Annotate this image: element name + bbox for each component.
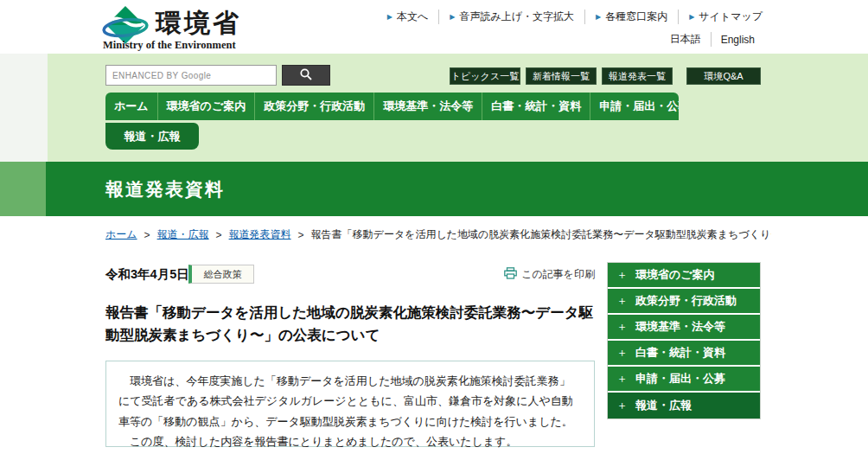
left-margin-strip: [0, 54, 48, 162]
nav-item-standards[interactable]: 環境基準・法令等: [373, 93, 482, 120]
breadcrumb-home[interactable]: ホーム: [105, 227, 137, 242]
category-badge[interactable]: 総合政策: [188, 265, 254, 284]
lang-japanese[interactable]: 日本語: [661, 32, 712, 47]
utility-link-label: 音声読み上げ・文字拡大: [459, 10, 574, 24]
article-summary-box: 環境省は、今年度実施した「移動データを活用した地域の脱炭素化施策検討委託業務」に…: [105, 361, 595, 447]
search-input[interactable]: [105, 65, 277, 86]
press-release-list-button[interactable]: 報道発表一覧: [602, 67, 673, 85]
nav-item-policy[interactable]: 政策分野・行政活動: [254, 93, 373, 120]
sidebar-item-whitepaper[interactable]: ＋ 白書・統計・資料: [608, 341, 760, 367]
quick-links: トピックス一覧 新着情報一覧 報道発表一覧 環境Q&A: [450, 67, 761, 85]
arrow-right-icon: ▶: [387, 13, 393, 21]
sidebar-item-press[interactable]: ＋ 報道・広報: [608, 393, 760, 418]
sidebar-item-label: 申請・届出・公募: [635, 371, 725, 387]
sidebar-item-about[interactable]: ＋ 環境省のご案内: [608, 263, 760, 289]
search-button[interactable]: [282, 65, 330, 86]
sidebar-item-label: 環境省のご案内: [635, 267, 715, 283]
summary-paragraph: この度、検討した内容を報告書にとりまとめましたので、公表いたします。: [118, 431, 582, 451]
site-header: 環境省 Ministry of the Environment ▶ 本文へ ▶ …: [0, 0, 868, 54]
breadcrumb-separator: >: [144, 229, 150, 241]
plus-icon: ＋: [616, 267, 628, 283]
plus-icon: ＋: [616, 345, 628, 361]
sidebar-item-applications[interactable]: ＋ 申請・届出・公募: [608, 367, 760, 393]
summary-paragraph: 環境省は、今年度実施した「移動データを活用した地域の脱炭素化施策検討委託業務」に…: [118, 371, 582, 431]
sidebar-nav: ＋ 環境省のご案内 ＋ 政策分野・行政活動 ＋ 環境基準・法令等 ＋ 白書・統計…: [607, 262, 761, 419]
link-contact-info[interactable]: ▶ 各種窓口案内: [585, 10, 679, 24]
breadcrumb-current-page: 報告書「移動データを活用した地域の脱炭素化施策検討委託業務〜データ駆動型脱炭素ま…: [311, 227, 771, 242]
search-icon: [299, 67, 313, 84]
page-banner-left-strip: [0, 162, 46, 216]
arrow-right-icon: ▶: [450, 13, 455, 21]
breadcrumb-separator: >: [298, 229, 304, 241]
sidebar-item-label: 環境基準・法令等: [635, 319, 725, 335]
breadcrumb: ホーム > 報道・広報 > 報道発表資料 > 報告書「移動データを活用した地域の…: [105, 227, 771, 242]
agency-name-ja: 環境省: [156, 6, 241, 42]
sidebar-item-label: 政策分野・行政活動: [635, 293, 737, 309]
nav-item-whitepaper[interactable]: 白書・統計・資料: [482, 93, 590, 120]
article-title: 報告書「移動データを活用した地域の脱炭素化施策検討委託業務〜データ駆動型脱炭素ま…: [105, 302, 598, 346]
article-date: 令和3年4月5日: [105, 266, 189, 283]
utility-link-label: サイトマップ: [699, 10, 763, 24]
environment-qa-button[interactable]: 環境Q&A: [686, 67, 761, 85]
language-switcher: 日本語 English: [661, 32, 764, 47]
sidebar-item-standards[interactable]: ＋ 環境基準・法令等: [608, 315, 760, 341]
nav-item-about[interactable]: 環境省のご案内: [157, 93, 255, 120]
arrow-right-icon: ▶: [596, 13, 601, 21]
article-meta-row: 令和3年4月5日 総合政策 この記事を印刷: [105, 265, 595, 287]
nav-item-applications[interactable]: 申請・届出・公募: [590, 93, 679, 120]
sidebar-item-policy[interactable]: ＋ 政策分野・行政活動: [608, 289, 760, 315]
nav-item-press[interactable]: 報道・広報: [105, 123, 199, 150]
nav-item-home[interactable]: ホーム: [105, 93, 157, 120]
utility-link-label: 本文へ: [397, 10, 428, 24]
printer-icon: [504, 267, 521, 282]
breadcrumb-press[interactable]: 報道・広報: [157, 227, 209, 242]
sidebar-item-label: 白書・統計・資料: [635, 345, 725, 361]
topics-list-button[interactable]: トピックス一覧: [450, 67, 520, 85]
page-title: 報道発表資料: [105, 162, 225, 216]
print-label: この記事を印刷: [521, 267, 595, 282]
lang-english[interactable]: English: [712, 34, 764, 46]
moe-logo[interactable]: 環境省 Ministry of the Environment: [102, 3, 379, 53]
arrow-right-icon: ▶: [689, 13, 694, 21]
breadcrumb-press-release[interactable]: 報道発表資料: [229, 227, 291, 242]
global-nav: ホーム 環境省のご案内 政策分野・行政活動 環境基準・法令等 白書・統計・資料 …: [105, 93, 679, 120]
plus-icon: ＋: [616, 398, 628, 413]
plus-icon: ＋: [616, 319, 628, 335]
plus-icon: ＋: [616, 293, 628, 309]
sidebar-item-label: 報道・広報: [635, 398, 692, 413]
link-voice-textsize[interactable]: ▶ 音声読み上げ・文字拡大: [439, 10, 585, 24]
breadcrumb-separator: >: [216, 229, 222, 241]
link-to-main-content[interactable]: ▶ 本文へ: [377, 10, 439, 24]
print-article-link[interactable]: この記事を印刷: [504, 267, 595, 282]
new-info-list-button[interactable]: 新着情報一覧: [526, 67, 597, 85]
link-sitemap[interactable]: ▶ サイトマップ: [679, 10, 763, 24]
agency-name-en: Ministry of the Environment: [103, 39, 236, 52]
utility-link-label: 各種窓口案内: [605, 10, 667, 24]
plus-icon: ＋: [616, 371, 628, 387]
utility-links: ▶ 本文へ ▶ 音声読み上げ・文字拡大 ▶ 各種窓口案内 ▶ サイトマップ: [377, 10, 763, 24]
